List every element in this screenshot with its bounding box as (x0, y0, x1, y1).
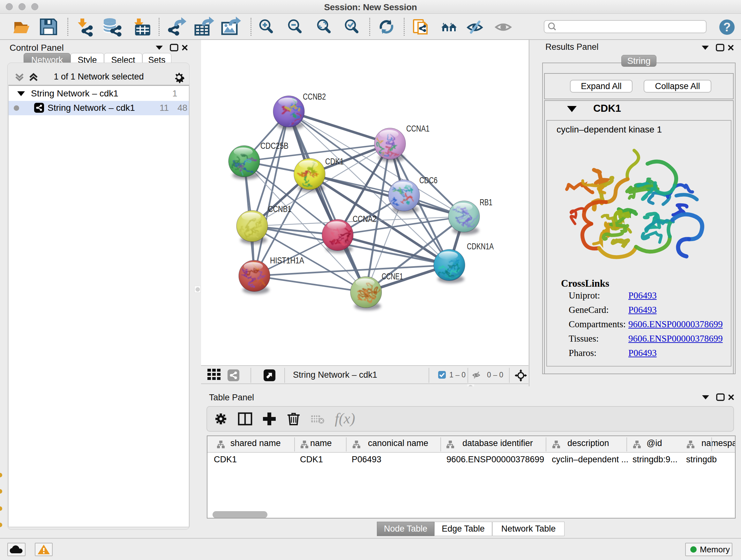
svg-text:CDKN1A: CDKN1A (467, 242, 494, 251)
svg-text:CCNA2: CCNA2 (353, 214, 377, 224)
svg-text:CCNB1: CCNB1 (268, 204, 291, 214)
svg-text:f(x): f(x) (335, 410, 355, 427)
svg-text:CDK1: CDK1 (325, 157, 344, 166)
svg-text:HIST1H1A: HIST1H1A (270, 256, 304, 265)
svg-text:CDC6: CDC6 (419, 176, 437, 185)
svg-text:CDC25B: CDC25B (260, 141, 288, 151)
svg-text:CCNA1: CCNA1 (406, 124, 429, 133)
svg-text:CCNE1: CCNE1 (382, 272, 403, 281)
svg-text:RB1: RB1 (480, 198, 492, 207)
svg-text:?: ? (723, 20, 731, 34)
svg-text:CCNB2: CCNB2 (303, 92, 326, 102)
